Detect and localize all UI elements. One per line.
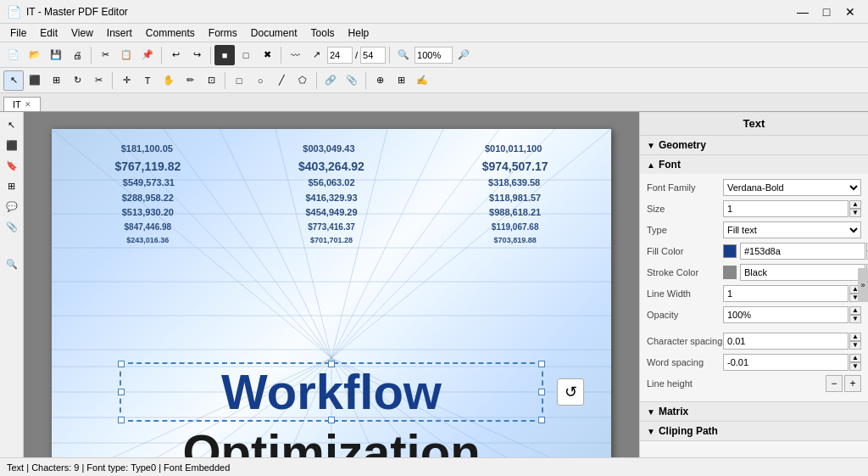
left-tool-5[interactable]: 💬	[3, 197, 21, 216]
close-button[interactable]: ✕	[839, 3, 861, 20]
char-spacing-down[interactable]: ▼	[849, 341, 861, 350]
hand-tool[interactable]: ✋	[159, 70, 179, 91]
fin-cell: $513,930.20	[122, 205, 174, 221]
move-tool[interactable]: ✛	[116, 70, 136, 91]
ellipse-tool[interactable]: ○	[250, 70, 270, 91]
left-tool-3[interactable]: 🔖	[3, 156, 21, 175]
handle-bl[interactable]	[118, 417, 125, 423]
opacity-up[interactable]: ▲	[849, 306, 861, 315]
geometry-header[interactable]: ▼ Geometry	[640, 136, 868, 154]
menu-document[interactable]: Document	[244, 25, 304, 41]
geometry-label: Geometry	[659, 139, 706, 151]
left-tool-6[interactable]: 📎	[3, 217, 21, 236]
char-spacing-input[interactable]	[723, 333, 849, 350]
font-family-select[interactable]: Verdana-Bold	[723, 179, 861, 196]
rotate-tool[interactable]: ↻	[67, 70, 87, 91]
matrix-header[interactable]: ▼ Matrix	[640, 402, 868, 421]
open-btn[interactable]: 📂	[25, 45, 45, 65]
resize-tool[interactable]: ⊞	[46, 70, 66, 91]
line-btn[interactable]: 〰	[285, 45, 305, 65]
handle-tr[interactable]	[538, 361, 545, 367]
select-tool[interactable]: ↖	[3, 70, 24, 91]
font-header[interactable]: ▲ Font	[640, 155, 868, 174]
eraser-tool[interactable]: ⊡	[201, 70, 221, 91]
line-width-input[interactable]	[327, 47, 353, 64]
rect-tool[interactable]: □	[229, 70, 249, 91]
word-spacing-up[interactable]: ▲	[849, 354, 861, 362]
line-height-minus-btn[interactable]: −	[826, 375, 843, 392]
tab-close-icon[interactable]: ✕	[25, 100, 31, 109]
text-tool[interactable]: T	[137, 70, 158, 91]
zoom-out-btn[interactable]: 🔍	[393, 45, 414, 65]
opacity-input[interactable]	[723, 306, 849, 323]
menu-view[interactable]: View	[64, 25, 100, 41]
zoom-in-btn[interactable]: 🔎	[453, 45, 474, 65]
handle-bm[interactable]	[328, 417, 335, 423]
menu-file[interactable]: File	[3, 25, 33, 41]
left-tool-1[interactable]: ↖	[3, 115, 21, 134]
menu-help[interactable]: Help	[342, 25, 376, 41]
optimization-area: Optimization	[52, 428, 611, 457]
handle-br[interactable]	[538, 417, 545, 423]
cut-btn[interactable]: ✂	[95, 45, 115, 65]
fill-btn[interactable]: □	[236, 45, 256, 65]
pan-tool[interactable]: ⬛	[25, 70, 45, 91]
line-height-plus-btn[interactable]: +	[844, 375, 861, 392]
snap-btn[interactable]: ⊕	[370, 70, 390, 91]
opacity-down[interactable]: ▼	[849, 315, 861, 323]
crop-tool[interactable]: ✂	[88, 70, 108, 91]
copy-btn[interactable]: 📋	[116, 45, 136, 65]
cliping-path-header[interactable]: ▼ Cliping Path	[640, 422, 868, 440]
canvas-area[interactable]: .pline { stroke: rgba(140,170,210,0.4); …	[24, 112, 639, 457]
pencil-tool[interactable]: ✏	[180, 70, 200, 91]
menu-tools[interactable]: Tools	[304, 25, 342, 41]
left-tool-4[interactable]: ⊞	[3, 176, 21, 195]
link-tool[interactable]: 🔗	[320, 70, 341, 91]
menu-edit[interactable]: Edit	[33, 25, 64, 41]
color-btn[interactable]: ■	[214, 45, 235, 65]
workflow-selected-area[interactable]: Workflow ↺	[120, 362, 543, 422]
minimize-button[interactable]: —	[792, 3, 814, 20]
word-spacing-down[interactable]: ▼	[849, 362, 861, 371]
paste-btn[interactable]: 📌	[137, 45, 158, 65]
handle-ml[interactable]	[118, 389, 125, 395]
total-pages-input[interactable]	[360, 47, 386, 64]
panel-expand-btn[interactable]: »	[858, 268, 868, 302]
redo-btn[interactable]: ↪	[186, 45, 207, 65]
menu-forms[interactable]: Forms	[202, 25, 244, 41]
arrow-btn[interactable]: ↗	[306, 45, 326, 65]
stroke-color-swatch[interactable]	[723, 266, 737, 279]
size-down-btn[interactable]: ▼	[849, 209, 861, 217]
size-input[interactable]: 1	[723, 200, 849, 217]
sign-btn[interactable]: ✍	[412, 70, 432, 91]
fill-color-input[interactable]	[740, 243, 865, 260]
save-btn[interactable]: 💾	[46, 45, 66, 65]
line-height-row: Line height − +	[647, 375, 861, 392]
word-spacing-input[interactable]	[723, 354, 849, 371]
stroke-color-input[interactable]	[740, 264, 865, 281]
fill-color-swatch[interactable]	[723, 244, 737, 258]
zoom-input[interactable]: 100%	[415, 47, 453, 64]
handle-tm[interactable]	[328, 361, 335, 367]
rotate-handle[interactable]: ↺	[557, 378, 584, 406]
handle-mr[interactable]	[538, 389, 545, 395]
handle-tl[interactable]	[118, 361, 125, 367]
no-fill-btn[interactable]: ✖	[257, 45, 277, 65]
tab-it[interactable]: IT ✕	[3, 97, 41, 111]
maximize-button[interactable]: □	[815, 3, 837, 20]
size-up-btn[interactable]: ▲	[849, 200, 861, 209]
menu-insert[interactable]: Insert	[100, 25, 139, 41]
print-btn[interactable]: 🖨	[67, 45, 87, 65]
grid-btn[interactable]: ⊞	[391, 70, 411, 91]
new-btn[interactable]: 📄	[3, 45, 24, 65]
left-tool-7[interactable]: 🔍	[3, 255, 21, 273]
undo-btn[interactable]: ↩	[165, 45, 186, 65]
line-width-input[interactable]	[723, 285, 849, 302]
left-tool-2[interactable]: ⬛	[3, 136, 21, 154]
poly-tool[interactable]: ⬠	[292, 70, 313, 91]
type-select[interactable]: Fill text	[723, 221, 861, 238]
stamp-tool[interactable]: 📎	[342, 70, 362, 91]
menu-comments[interactable]: Comments	[139, 25, 202, 41]
char-spacing-up[interactable]: ▲	[849, 333, 861, 341]
line-draw-tool[interactable]: ╱	[271, 70, 292, 91]
